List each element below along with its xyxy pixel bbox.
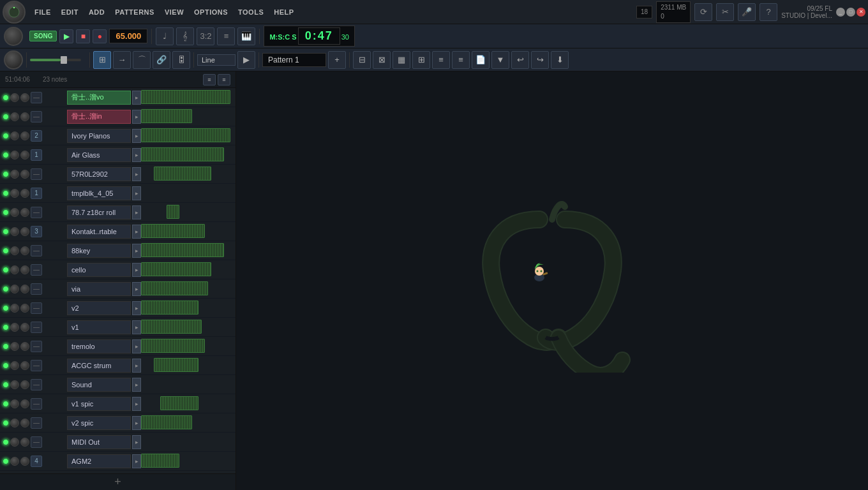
track-clip[interactable]	[141, 90, 230, 104]
track-name[interactable]: via	[67, 282, 131, 296]
track-num-dash[interactable]: —	[31, 111, 42, 122]
track-knob-2[interactable]	[20, 457, 29, 466]
track-knob-2[interactable]	[20, 131, 29, 140]
track-knob-2[interactable]	[20, 151, 29, 160]
track-expand-arrow[interactable]: ▸	[132, 435, 141, 449]
tb-btn7[interactable]: 📄	[472, 51, 490, 69]
step-seq-btn[interactable]: →	[113, 51, 131, 69]
track-clip[interactable]	[167, 205, 179, 219]
tb-btn3[interactable]: ▦	[393, 51, 410, 69]
track-clip-area[interactable]	[141, 318, 236, 337]
track-name[interactable]: MIDI Out	[67, 435, 131, 449]
track-knob-1[interactable]	[10, 246, 19, 255]
track-knob-2[interactable]	[20, 342, 29, 351]
track-expand-arrow[interactable]: ▸	[132, 454, 141, 468]
track-name[interactable]: v1 spic	[67, 397, 131, 411]
track-knob-2[interactable]	[20, 361, 29, 370]
minimize-button[interactable]: _	[836, 8, 845, 17]
menu-item-add[interactable]: ADD	[84, 6, 110, 19]
record-button[interactable]: ●	[93, 29, 107, 43]
track-clip-area[interactable]	[141, 126, 236, 145]
track-knob-2[interactable]	[20, 419, 29, 427]
tb-btn6[interactable]: ≡	[452, 51, 470, 69]
track-num-dash[interactable]: —	[31, 360, 42, 371]
track-name[interactable]: Sound	[67, 378, 131, 392]
track-expand-arrow[interactable]: ▸	[132, 320, 141, 334]
track-enable-dot[interactable]	[3, 324, 9, 330]
track-num-dash[interactable]: —	[31, 379, 42, 390]
track-knob-1[interactable]	[10, 419, 19, 427]
track-knob-1[interactable]	[10, 399, 19, 408]
track-knob-1[interactable]	[10, 93, 19, 102]
track-clip-area[interactable]	[141, 203, 236, 222]
volume-slider[interactable]	[30, 59, 81, 61]
track-name[interactable]: ACGC strum	[67, 359, 131, 373]
tempo-icon[interactable]: ♩	[156, 27, 174, 45]
track-num[interactable]: 3	[31, 226, 42, 237]
track-num-dash[interactable]: —	[31, 92, 42, 103]
track-clip[interactable]	[141, 320, 202, 334]
track-name[interactable]: cello	[67, 263, 131, 277]
mixer-icon[interactable]: ≡	[217, 27, 235, 45]
track-knob-1[interactable]	[10, 112, 19, 121]
track-name[interactable]: AGM2	[67, 454, 131, 468]
track-clip-area[interactable]	[141, 184, 236, 203]
track-expand-arrow[interactable]: ▸	[132, 359, 141, 373]
track-header-btn2[interactable]: ≡	[218, 74, 230, 85]
track-num-dash[interactable]: —	[31, 436, 42, 448]
play-button[interactable]: ▶	[59, 29, 73, 43]
track-name[interactable]: 57R0L2902	[67, 167, 131, 181]
track-name[interactable]: 88key	[67, 244, 131, 258]
track-clip[interactable]	[154, 167, 211, 181]
track-knob-2[interactable]	[20, 93, 29, 102]
track-name[interactable]: v1	[67, 320, 131, 334]
track-expand-arrow[interactable]: ▸	[132, 110, 141, 124]
track-clip-area[interactable]	[141, 145, 236, 165]
track-expand-arrow[interactable]: ▸	[132, 167, 141, 181]
link-btn[interactable]: 🔗	[153, 51, 170, 69]
track-clip-area[interactable]	[141, 260, 236, 279]
track-knob-1[interactable]	[10, 304, 19, 313]
add-track-button[interactable]: +	[0, 473, 236, 490]
track-knob-2[interactable]	[20, 189, 29, 198]
track-clip[interactable]	[141, 339, 205, 353]
track-enable-dot[interactable]	[3, 343, 9, 350]
track-clip-area[interactable]	[141, 452, 236, 471]
track-knob-2[interactable]	[20, 265, 29, 274]
track-clip-area[interactable]	[141, 413, 236, 433]
track-knob-1[interactable]	[10, 227, 19, 236]
track-num-dash[interactable]: —	[31, 398, 42, 410]
track-num-dash[interactable]: —	[31, 264, 42, 276]
playlist-btn[interactable]: ⊞	[93, 51, 111, 69]
track-clip[interactable]	[141, 243, 224, 257]
track-knob-2[interactable]	[20, 285, 29, 293]
track-num-dash[interactable]: —	[31, 168, 42, 180]
track-num[interactable]: 1	[31, 149, 42, 161]
track-expand-arrow[interactable]: ▸	[132, 378, 141, 392]
track-name[interactable]: 骨士..溜vo	[67, 91, 131, 105]
track-clip[interactable]	[141, 109, 192, 123]
track-num-dash[interactable]: —	[31, 417, 42, 429]
track-clip[interactable]	[141, 415, 192, 429]
stop-button[interactable]: ■	[76, 29, 90, 43]
track-expand-arrow[interactable]: ▸	[132, 148, 141, 162]
track-knob-1[interactable]	[10, 323, 19, 332]
track-enable-dot[interactable]	[3, 94, 9, 101]
menu-item-edit[interactable]: EDIT	[56, 6, 84, 19]
line-arrow-btn[interactable]: ▶	[237, 51, 255, 69]
track-enable-dot[interactable]	[3, 382, 9, 388]
track-expand-arrow[interactable]: ▸	[132, 91, 141, 105]
track-knob-1[interactable]	[10, 438, 19, 447]
track-knob-1[interactable]	[10, 151, 19, 160]
track-knob-1[interactable]	[10, 285, 19, 293]
settings-icon-btn[interactable]: ✂	[716, 3, 734, 21]
mixer-btn[interactable]: 🎛	[172, 51, 190, 69]
track-num[interactable]: 1	[31, 188, 42, 199]
song-mode-button[interactable]: SONG	[29, 31, 57, 41]
piano-icon[interactable]: 🎹	[237, 27, 255, 45]
track-num[interactable]: 4	[31, 456, 42, 467]
master-pitch-dial[interactable]	[4, 50, 23, 70]
line-select[interactable]: Line	[197, 54, 236, 66]
track-num-dash[interactable]: —	[31, 322, 42, 333]
track-expand-arrow[interactable]: ▸	[132, 225, 141, 239]
